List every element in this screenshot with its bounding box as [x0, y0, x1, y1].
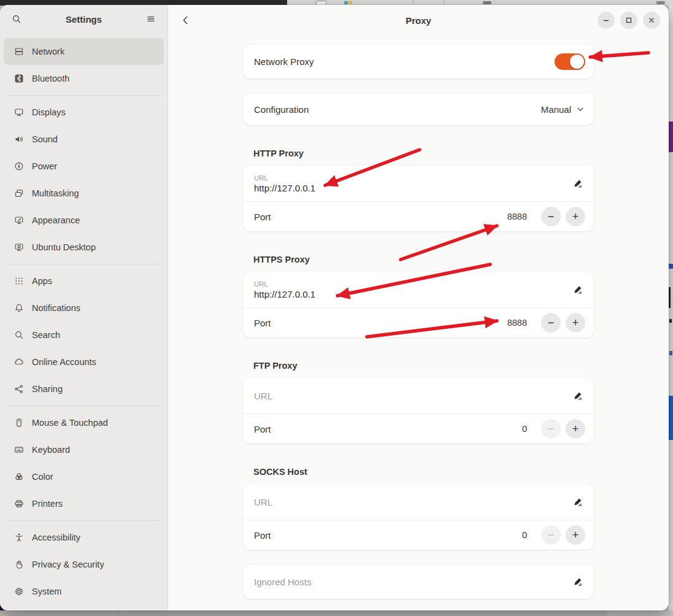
- toggle-knob: [570, 55, 584, 69]
- url-field-label: URL: [254, 174, 562, 182]
- background-window-fragment: [608, 610, 673, 616]
- sidebar-item-sharing[interactable]: Sharing: [4, 375, 164, 402]
- sidebar-item-printers[interactable]: Printers: [4, 490, 164, 517]
- sidebar-item-system[interactable]: System: [4, 578, 164, 605]
- background-window-fragment: [669, 264, 673, 269]
- sidebar-title: Settings: [24, 14, 144, 25]
- sidebar-item-displays[interactable]: Displays: [4, 99, 164, 126]
- minimize-button[interactable]: [598, 12, 615, 29]
- proxy-section-ftp-proxy: FTP ProxyURLPort0−+: [243, 360, 594, 444]
- network-proxy-card: Network Proxy: [243, 44, 594, 79]
- sidebar-item-color[interactable]: Color: [4, 463, 164, 490]
- url-field-placeholder: URL: [254, 497, 562, 507]
- sidebar-item-appearance[interactable]: Appearance: [4, 207, 164, 234]
- search-icon[interactable]: [9, 12, 24, 26]
- hamburger-menu-icon[interactable]: [144, 12, 158, 26]
- close-button[interactable]: [643, 12, 660, 29]
- port-value[interactable]: 8888: [507, 212, 527, 221]
- port-decrement-button[interactable]: −: [541, 207, 561, 226]
- configuration-select[interactable]: Configuration Manual: [243, 93, 594, 125]
- url-field[interactable]: URLhttp://127.0.0.1: [243, 166, 594, 201]
- ignored-hosts-card: Ignored Hosts: [243, 564, 594, 599]
- proxy-section-card: URLPort0−+: [243, 378, 594, 444]
- port-decrement-button[interactable]: −: [541, 313, 561, 333]
- sidebar-item-online-accounts[interactable]: Online Accounts: [4, 348, 164, 375]
- ignored-hosts-field[interactable]: Ignored Hosts: [243, 564, 594, 599]
- network-icon: [13, 47, 24, 57]
- port-increment-button[interactable]: +: [566, 207, 585, 226]
- sidebar-item-label: Sharing: [32, 384, 63, 394]
- sidebar-item-multitasking[interactable]: Multitasking: [4, 180, 164, 207]
- port-decrement-button[interactable]: −: [541, 525, 561, 545]
- proxy-section-http-proxy: HTTP ProxyURLhttp://127.0.0.1Port8888−+: [243, 147, 594, 231]
- sidebar-item-apps[interactable]: Apps: [4, 268, 164, 295]
- headerbar: Proxy: [168, 5, 669, 36]
- url-field-value: http://127.0.0.1: [254, 182, 562, 194]
- port-value[interactable]: 8888: [507, 318, 527, 328]
- maximize-button[interactable]: [620, 12, 637, 29]
- section-title: FTP Proxy: [253, 360, 594, 372]
- sidebar-item-label: Multitasking: [32, 188, 79, 198]
- port-label: Port: [254, 530, 522, 541]
- configuration-label: Configuration: [254, 104, 541, 115]
- sidebar-item-label: Online Accounts: [32, 357, 96, 367]
- sidebar-item-label: Appearance: [32, 215, 80, 225]
- port-increment-button[interactable]: +: [566, 313, 585, 333]
- proxy-section-card: URLhttp://127.0.0.1Port8888−+: [243, 272, 594, 337]
- sidebar-item-label: Accessibility: [32, 533, 80, 542]
- sidebar-item-label: Apps: [32, 276, 52, 286]
- background-window-fragment: [344, 1, 348, 4]
- sidebar-item-label: Notifications: [32, 303, 80, 313]
- url-field[interactable]: URL: [243, 378, 594, 414]
- port-value[interactable]: 0: [522, 530, 527, 540]
- port-label: Port: [254, 318, 507, 328]
- port-value[interactable]: 0: [522, 424, 527, 434]
- port-increment-button[interactable]: +: [566, 419, 585, 439]
- port-increment-button[interactable]: +: [566, 525, 585, 545]
- sidebar-item-label: Displays: [32, 107, 66, 117]
- settings-window: Settings NetworkBluetoothDisplaysSoundPo…: [0, 5, 669, 610]
- sidebar-item-label: Mouse & Touchpad: [32, 418, 108, 428]
- edit-icon[interactable]: [572, 178, 583, 189]
- section-title: HTTP Proxy: [253, 147, 594, 160]
- configuration-card: Configuration Manual: [243, 93, 594, 125]
- url-field[interactable]: URLhttp://127.0.0.1: [243, 272, 594, 307]
- sidebar-item-bluetooth[interactable]: Bluetooth: [4, 65, 164, 92]
- sidebar-item-mouse-touchpad[interactable]: Mouse & Touchpad: [4, 409, 164, 436]
- sidebar-separator: [6, 406, 161, 406]
- background-window-fragment: [669, 287, 673, 308]
- port-label: Port: [254, 212, 507, 222]
- sidebar-item-keyboard[interactable]: Keyboard: [4, 436, 164, 463]
- port-label: Port: [254, 424, 522, 434]
- sidebar-item-ubuntu-desktop[interactable]: Ubuntu Desktop: [4, 234, 164, 261]
- sidebar-separator: [6, 264, 161, 264]
- sidebar-item-label: Search: [32, 330, 60, 340]
- mouse-touchpad-icon: [13, 418, 24, 428]
- port-row: Port8888−+: [243, 202, 594, 231]
- port-row: Port8888−+: [243, 308, 594, 337]
- proxy-panel: Proxy Network Proxy Configuration: [168, 5, 669, 610]
- proxy-content: Network Proxy Configuration Manual HTTP …: [168, 36, 669, 610]
- background-window-fragment: [483, 1, 491, 4]
- sidebar-item-label: Ubuntu Desktop: [32, 242, 96, 252]
- edit-icon[interactable]: [572, 390, 583, 401]
- section-title: HTTPS Proxy: [253, 253, 594, 266]
- edit-icon[interactable]: [572, 284, 583, 295]
- edit-icon[interactable]: [572, 496, 583, 507]
- power-icon: [13, 161, 24, 172]
- sidebar-item-notifications[interactable]: Notifications: [4, 295, 164, 321]
- port-decrement-button[interactable]: −: [541, 419, 561, 439]
- sidebar-item-label: Color: [32, 472, 53, 482]
- edit-icon[interactable]: [572, 576, 583, 587]
- back-button[interactable]: [177, 11, 195, 29]
- sidebar-item-power[interactable]: Power: [4, 153, 164, 180]
- url-field[interactable]: URL: [243, 484, 594, 520]
- background-window-fragment: [656, 1, 665, 4]
- sidebar-item-sound[interactable]: Sound: [4, 126, 164, 153]
- background-window-fragment: [669, 351, 672, 355]
- sidebar-item-accessibility[interactable]: Accessibility: [4, 524, 164, 551]
- sidebar-item-network[interactable]: Network: [4, 38, 164, 65]
- sidebar-item-search[interactable]: Search: [4, 321, 164, 348]
- network-proxy-toggle[interactable]: [555, 53, 585, 70]
- sidebar-item-privacy-security[interactable]: Privacy & Security: [4, 551, 164, 578]
